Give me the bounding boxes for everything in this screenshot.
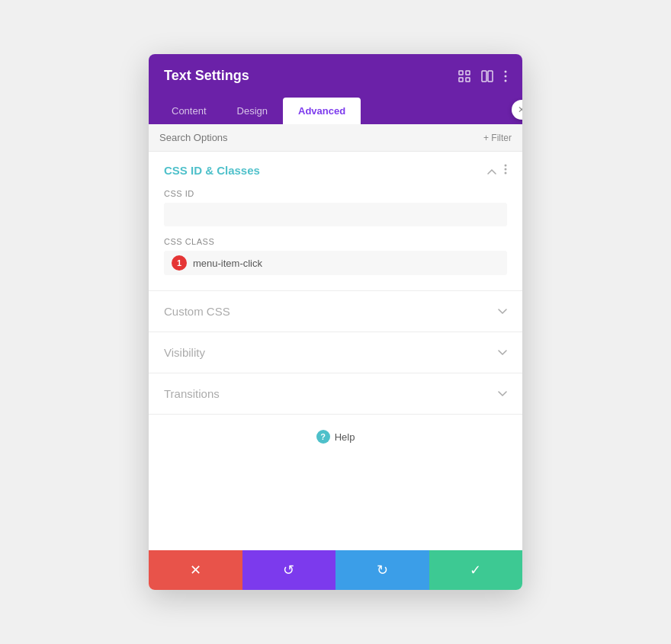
section-header: CSS ID & Classes — [149, 152, 522, 189]
css-id-label: CSS ID — [164, 189, 507, 198]
columns-icon[interactable] — [481, 70, 493, 82]
section-controls — [487, 164, 507, 177]
svg-point-11 — [505, 172, 507, 175]
more-icon[interactable] — [504, 70, 507, 82]
collapse-icon[interactable] — [487, 165, 496, 177]
tabs-bar: Content Design Advanced — [149, 98, 522, 124]
svg-rect-2 — [459, 78, 463, 82]
modal-header: Text Settings — [149, 54, 522, 98]
help-label: Help — [335, 431, 355, 443]
fullscreen-icon[interactable] — [458, 70, 470, 82]
css-class-value: menu-item-click — [193, 258, 262, 269]
svg-rect-0 — [459, 71, 463, 75]
svg-point-10 — [505, 168, 507, 171]
tab-advanced[interactable]: Advanced — [283, 98, 361, 124]
custom-css-chevron — [498, 306, 507, 317]
css-class-label: CSS Class — [164, 237, 507, 246]
visibility-label: Visibility — [164, 346, 205, 359]
search-input[interactable] — [159, 132, 483, 143]
modal-title: Text Settings — [164, 68, 249, 84]
search-bar: + Filter — [149, 124, 522, 152]
tab-content[interactable]: Content — [156, 98, 222, 124]
custom-css-section[interactable]: Custom CSS — [149, 291, 522, 332]
svg-rect-3 — [466, 78, 470, 82]
filter-button[interactable]: + Filter — [483, 133, 512, 143]
cancel-button[interactable]: ✕ — [149, 550, 242, 590]
tab-design[interactable]: Design — [222, 98, 283, 124]
help-icon: ? — [316, 430, 330, 444]
svg-rect-1 — [466, 71, 470, 75]
save-button[interactable]: ✓ — [429, 550, 523, 590]
modal-container: Text Settings — [149, 54, 522, 590]
css-id-classes-section: CSS ID & Classes — [149, 152, 522, 291]
svg-point-6 — [505, 70, 507, 72]
modal-footer: ✕ ↺ ↻ ✓ — [149, 550, 522, 590]
class-count-badge: 1 — [172, 255, 187, 271]
undo-button[interactable]: ↺ — [242, 550, 336, 590]
spacer — [149, 459, 522, 550]
css-id-input[interactable] — [164, 203, 507, 226]
css-class-row: 1 menu-item-click — [164, 251, 507, 275]
modal-content: CSS ID & Classes — [149, 152, 522, 550]
transitions-chevron — [498, 388, 507, 399]
custom-css-label: Custom CSS — [164, 305, 230, 318]
transitions-section[interactable]: Transitions — [149, 373, 522, 415]
section-title: CSS ID & Classes — [164, 164, 260, 177]
svg-rect-4 — [482, 71, 486, 82]
svg-point-8 — [505, 79, 507, 82]
transitions-label: Transitions — [164, 387, 220, 400]
section-more-icon[interactable] — [504, 164, 507, 177]
svg-point-7 — [505, 75, 507, 77]
section-body: CSS ID CSS Class 1 menu-item-click — [149, 189, 522, 290]
svg-point-9 — [505, 165, 507, 167]
redo-button[interactable]: ↻ — [336, 550, 429, 590]
visibility-chevron — [498, 347, 507, 358]
header-icons — [458, 70, 507, 82]
visibility-section[interactable]: Visibility — [149, 332, 522, 373]
help-section[interactable]: ? Help — [149, 415, 522, 459]
svg-rect-5 — [488, 71, 493, 82]
